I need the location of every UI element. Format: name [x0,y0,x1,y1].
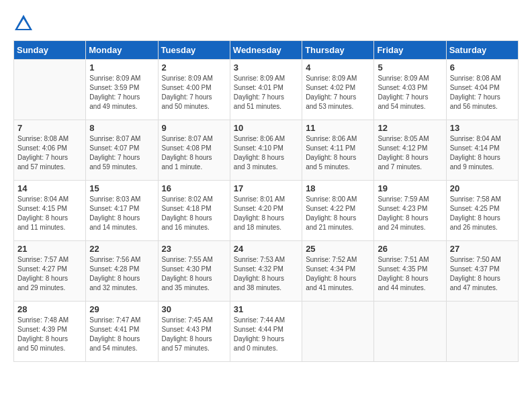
day-detail: Sunrise: 7:48 AM Sunset: 4:39 PM Dayligh… [17,316,82,353]
day-number: 25 [306,244,370,254]
day-detail: Sunrise: 8:06 AM Sunset: 4:10 PM Dayligh… [234,134,298,172]
day-cell: 15Sunrise: 8:03 AM Sunset: 4:17 PM Dayli… [86,181,158,241]
day-cell: 1Sunrise: 8:09 AM Sunset: 3:59 PM Daylig… [86,60,158,120]
logo-icon [13,13,34,34]
day-number: 20 [450,183,515,193]
day-number: 24 [234,244,298,254]
day-number: 26 [378,244,442,254]
header-tuesday: Tuesday [158,41,230,60]
day-number: 21 [17,244,82,254]
day-cell: 16Sunrise: 8:02 AM Sunset: 4:18 PM Dayli… [158,181,230,241]
day-detail: Sunrise: 8:01 AM Sunset: 4:20 PM Dayligh… [234,195,298,232]
day-number: 16 [162,183,226,193]
day-detail: Sunrise: 8:09 AM Sunset: 4:03 PM Dayligh… [378,74,442,111]
day-cell: 21Sunrise: 7:57 AM Sunset: 4:27 PM Dayli… [14,241,86,302]
day-detail: Sunrise: 8:09 AM Sunset: 3:59 PM Dayligh… [89,74,154,111]
day-detail: Sunrise: 8:02 AM Sunset: 4:18 PM Dayligh… [162,195,226,232]
day-number: 29 [89,304,154,314]
day-detail: Sunrise: 7:45 AM Sunset: 4:43 PM Dayligh… [162,316,226,353]
day-detail: Sunrise: 8:07 AM Sunset: 4:08 PM Dayligh… [162,134,226,172]
day-cell: 30Sunrise: 7:45 AM Sunset: 4:43 PM Dayli… [158,302,230,362]
day-cell: 11Sunrise: 8:06 AM Sunset: 4:11 PM Dayli… [302,120,374,181]
day-cell: 19Sunrise: 7:59 AM Sunset: 4:23 PM Dayli… [374,181,446,241]
day-detail: Sunrise: 8:00 AM Sunset: 4:22 PM Dayligh… [306,195,370,232]
day-number: 14 [17,183,82,193]
day-cell [302,302,374,362]
day-cell: 14Sunrise: 8:04 AM Sunset: 4:15 PM Dayli… [14,181,86,241]
day-detail: Sunrise: 8:08 AM Sunset: 4:04 PM Dayligh… [450,74,515,111]
day-number: 17 [234,183,298,193]
day-cell: 10Sunrise: 8:06 AM Sunset: 4:10 PM Dayli… [230,120,302,181]
day-cell [446,302,518,362]
day-cell: 17Sunrise: 8:01 AM Sunset: 4:20 PM Dayli… [230,181,302,241]
header-monday: Monday [86,41,158,60]
day-number: 4 [306,62,370,73]
day-cell: 27Sunrise: 7:50 AM Sunset: 4:37 PM Dayli… [446,241,518,302]
day-detail: Sunrise: 7:53 AM Sunset: 4:32 PM Dayligh… [234,255,298,293]
day-detail: Sunrise: 8:03 AM Sunset: 4:17 PM Dayligh… [89,195,154,232]
header-sunday: Sunday [14,41,86,60]
day-number: 19 [378,183,442,193]
day-detail: Sunrise: 7:44 AM Sunset: 4:44 PM Dayligh… [234,316,298,353]
week-row-5: 28Sunrise: 7:48 AM Sunset: 4:39 PM Dayli… [14,302,519,362]
day-detail: Sunrise: 7:51 AM Sunset: 4:35 PM Dayligh… [378,255,442,293]
day-number: 7 [17,123,82,133]
day-detail: Sunrise: 7:58 AM Sunset: 4:25 PM Dayligh… [450,195,515,232]
day-number: 9 [162,123,226,133]
day-detail: Sunrise: 8:07 AM Sunset: 4:07 PM Dayligh… [89,134,154,172]
day-detail: Sunrise: 7:52 AM Sunset: 4:34 PM Dayligh… [306,255,370,293]
day-cell: 29Sunrise: 7:47 AM Sunset: 4:41 PM Dayli… [86,302,158,362]
header-friday: Friday [374,41,446,60]
day-cell: 20Sunrise: 7:58 AM Sunset: 4:25 PM Dayli… [446,181,518,241]
day-number: 30 [162,304,226,314]
day-number: 5 [378,62,442,73]
day-cell: 7Sunrise: 8:08 AM Sunset: 4:06 PM Daylig… [14,120,86,181]
day-number: 3 [234,62,298,73]
day-number: 8 [89,123,154,133]
day-cell: 4Sunrise: 8:09 AM Sunset: 4:02 PM Daylig… [302,60,374,120]
header-saturday: Saturday [446,41,518,60]
day-detail: Sunrise: 8:05 AM Sunset: 4:12 PM Dayligh… [378,134,442,172]
day-cell: 25Sunrise: 7:52 AM Sunset: 4:34 PM Dayli… [302,241,374,302]
day-number: 2 [162,62,226,73]
day-cell: 28Sunrise: 7:48 AM Sunset: 4:39 PM Dayli… [14,302,86,362]
day-number: 27 [450,244,515,254]
day-detail: Sunrise: 7:47 AM Sunset: 4:41 PM Dayligh… [89,316,154,353]
day-cell: 2Sunrise: 8:09 AM Sunset: 4:00 PM Daylig… [158,60,230,120]
day-number: 22 [89,244,154,254]
week-row-2: 7Sunrise: 8:08 AM Sunset: 4:06 PM Daylig… [14,120,519,181]
day-number: 10 [234,123,298,133]
day-cell: 26Sunrise: 7:51 AM Sunset: 4:35 PM Dayli… [374,241,446,302]
calendar-table: SundayMondayTuesdayWednesdayThursdayFrid… [13,40,519,362]
day-number: 18 [306,183,370,193]
day-cell: 5Sunrise: 8:09 AM Sunset: 4:03 PM Daylig… [374,60,446,120]
day-number: 11 [306,123,370,133]
day-detail: Sunrise: 8:06 AM Sunset: 4:11 PM Dayligh… [306,134,370,172]
week-row-4: 21Sunrise: 7:57 AM Sunset: 4:27 PM Dayli… [14,241,519,302]
header-row: SundayMondayTuesdayWednesdayThursdayFrid… [14,41,519,60]
day-detail: Sunrise: 8:09 AM Sunset: 4:00 PM Dayligh… [162,74,226,111]
day-number: 31 [234,304,298,314]
day-cell [14,60,86,120]
day-cell: 3Sunrise: 8:09 AM Sunset: 4:01 PM Daylig… [230,60,302,120]
day-cell: 13Sunrise: 8:04 AM Sunset: 4:14 PM Dayli… [446,120,518,181]
day-cell: 9Sunrise: 8:07 AM Sunset: 4:08 PM Daylig… [158,120,230,181]
day-number: 28 [17,304,82,314]
day-cell: 22Sunrise: 7:56 AM Sunset: 4:28 PM Dayli… [86,241,158,302]
day-number: 1 [89,62,154,73]
day-number: 13 [450,123,515,133]
day-cell: 23Sunrise: 7:55 AM Sunset: 4:30 PM Dayli… [158,241,230,302]
day-cell: 8Sunrise: 8:07 AM Sunset: 4:07 PM Daylig… [86,120,158,181]
day-cell: 24Sunrise: 7:53 AM Sunset: 4:32 PM Dayli… [230,241,302,302]
day-detail: Sunrise: 8:09 AM Sunset: 4:01 PM Dayligh… [234,74,298,111]
header-thursday: Thursday [302,41,374,60]
day-detail: Sunrise: 7:50 AM Sunset: 4:37 PM Dayligh… [450,255,515,293]
day-detail: Sunrise: 7:56 AM Sunset: 4:28 PM Dayligh… [89,255,154,293]
day-number: 6 [450,62,515,73]
day-cell: 18Sunrise: 8:00 AM Sunset: 4:22 PM Dayli… [302,181,374,241]
day-detail: Sunrise: 8:04 AM Sunset: 4:15 PM Dayligh… [17,195,82,232]
day-cell: 31Sunrise: 7:44 AM Sunset: 4:44 PM Dayli… [230,302,302,362]
day-detail: Sunrise: 8:09 AM Sunset: 4:02 PM Dayligh… [306,74,370,111]
day-cell: 12Sunrise: 8:05 AM Sunset: 4:12 PM Dayli… [374,120,446,181]
day-cell [374,302,446,362]
